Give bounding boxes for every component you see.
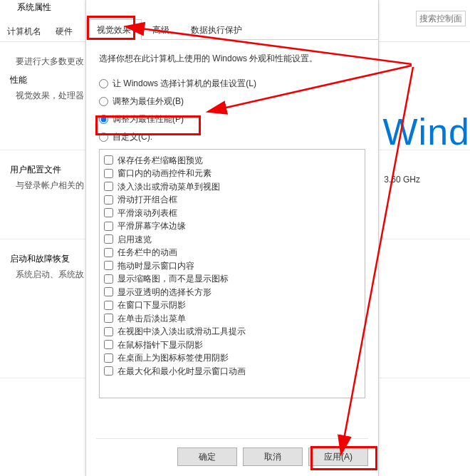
option-checkbox[interactable] — [104, 248, 113, 257]
option-checkbox[interactable] — [104, 222, 113, 231]
option-label: 显示亚透明的选择长方形 — [118, 286, 212, 298]
visual-effect-option[interactable]: 拖动时显示窗口内容 — [104, 260, 360, 271]
bg-window-title-frag: 系统属性 — [17, 1, 51, 14]
radio-best-performance[interactable]: 调整为最佳性能(P) — [99, 113, 365, 125]
option-label: 在视图中淡入淡出或滑动工具提示 — [118, 326, 246, 337]
option-checkbox[interactable] — [104, 353, 113, 363]
bg-tab-hardware[interactable]: 硬件 — [48, 21, 80, 41]
radio-let-windows-choose[interactable]: 让 Windows 选择计算机的最佳设置(L) — [99, 78, 365, 90]
option-checkbox[interactable] — [104, 182, 113, 191]
dialog-button-bar: 确定 取消 应用(A) — [96, 438, 368, 466]
option-label: 保存任务栏缩略图预览 — [118, 155, 203, 166]
radio-input-auto[interactable] — [99, 79, 108, 88]
option-label: 在桌面上为图标标签使用阴影 — [118, 352, 229, 363]
bg-tab-computer-name[interactable]: 计算机名 — [0, 21, 48, 41]
visual-effect-option[interactable]: 窗口内的动画控件和元素 — [104, 167, 360, 179]
visual-effects-options-list[interactable]: 保存任务栏缩略图预览窗口内的动画控件和元素淡入淡出或滑动菜单到视图滑动打开组合框… — [99, 149, 365, 398]
radio-best-appearance[interactable]: 调整为最佳外观(B) — [99, 95, 365, 108]
visual-effect-option[interactable]: 平滑滚动列表框 — [104, 207, 360, 219]
cancel-button[interactable]: 取消 — [243, 447, 303, 466]
option-label: 淡入淡出或滑动菜单到视图 — [118, 181, 220, 192]
option-checkbox[interactable] — [104, 155, 113, 165]
bg-performance-heading: 性能 — [10, 74, 27, 86]
option-label: 启用速览 — [118, 234, 152, 245]
visual-effect-option[interactable]: 滑动打开组合框 — [104, 194, 360, 205]
windows-brand-text: Wind — [383, 110, 470, 153]
visual-effect-option[interactable]: 在桌面上为图标标签使用阴影 — [104, 352, 360, 363]
option-checkbox[interactable] — [104, 208, 113, 217]
option-label: 平滑滚动列表框 — [118, 207, 177, 219]
visual-effect-option[interactable]: 在鼠标指针下显示阴影 — [104, 339, 360, 351]
option-checkbox[interactable] — [104, 261, 113, 270]
option-checkbox[interactable] — [104, 195, 113, 205]
visual-effect-option[interactable]: 淡入淡出或滑动菜单到视图 — [104, 181, 360, 192]
option-label: 在单击后淡出菜单 — [118, 313, 186, 324]
visual-effect-option[interactable]: 启用速览 — [104, 234, 360, 245]
radio-input-custom[interactable] — [99, 133, 108, 142]
radio-custom[interactable]: 自定义(C): — [99, 131, 365, 143]
visual-effect-option[interactable]: 显示亚透明的选择长方形 — [104, 286, 360, 298]
intro-text: 选择你想在此计算机上使用的 Windows 外观和性能设置。 — [99, 53, 365, 65]
option-label: 在鼠标指针下显示阴影 — [118, 339, 203, 351]
option-checkbox[interactable] — [104, 274, 113, 284]
cpu-frequency-label: 3.60 GHz — [384, 175, 420, 185]
bg-startup-recovery-sub: 系统启动、系统故 — [16, 269, 84, 281]
visual-effect-option[interactable]: 保存任务栏缩略图预览 — [104, 155, 360, 166]
option-checkbox[interactable] — [104, 234, 113, 244]
radio-input-look[interactable] — [99, 97, 108, 106]
visual-effect-option[interactable]: 在最大化和最小化时显示窗口动画 — [104, 366, 360, 377]
radio-label-custom: 自定义(C): — [113, 131, 152, 143]
visual-effect-option[interactable]: 任务栏中的动画 — [104, 247, 360, 258]
option-checkbox[interactable] — [104, 366, 113, 376]
option-label: 在最大化和最小化时显示窗口动画 — [118, 366, 246, 377]
option-checkbox[interactable] — [104, 327, 113, 336]
option-checkbox[interactable] — [104, 301, 113, 310]
option-label: 窗口内的动画控件和元素 — [118, 167, 212, 179]
option-label: 显示缩略图，而不是显示图标 — [118, 273, 229, 284]
visual-effect-option[interactable]: 平滑屏幕字体边缘 — [104, 220, 360, 232]
visual-effect-option[interactable]: 在视图中淡入淡出或滑动工具提示 — [104, 326, 360, 337]
bg-most-changes-label: 要进行大多数更改 — [16, 56, 84, 68]
option-label: 在窗口下显示阴影 — [118, 299, 186, 311]
bg-performance-sub: 视觉效果，处理器 — [16, 90, 84, 102]
option-label: 平滑屏幕字体边缘 — [118, 220, 186, 232]
visual-effect-option[interactable]: 在单击后淡出菜单 — [104, 313, 360, 324]
visual-effect-option[interactable]: 在窗口下显示阴影 — [104, 299, 360, 311]
bg-startup-recovery-heading: 启动和故障恢复 — [10, 253, 70, 265]
tab-advanced[interactable]: 高级 — [142, 19, 180, 40]
apply-button[interactable]: 应用(A) — [308, 447, 368, 466]
ok-button[interactable]: 确定 — [177, 447, 237, 466]
bg-user-profiles-sub: 与登录帐户相关的 — [16, 180, 84, 192]
option-label: 任务栏中的动画 — [118, 247, 177, 258]
option-checkbox[interactable] — [104, 287, 113, 296]
radio-label-perf: 调整为最佳性能(P) — [113, 113, 184, 125]
tab-visual-effects[interactable]: 视觉效果 — [86, 19, 142, 40]
dlg-tabstrip: 视觉效果 高级 数据执行保护 — [86, 19, 378, 40]
option-label: 拖动时显示窗口内容 — [118, 260, 194, 271]
bg-user-profiles-heading: 用户配置文件 — [10, 164, 61, 176]
option-checkbox[interactable] — [104, 169, 113, 178]
performance-options-dialog: 视觉效果 高级 数据执行保护 选择你想在此计算机上使用的 Windows 外观和… — [85, 0, 379, 476]
radio-input-perf[interactable] — [99, 115, 108, 124]
option-checkbox[interactable] — [104, 314, 113, 323]
option-label: 滑动打开组合框 — [118, 194, 177, 205]
option-checkbox[interactable] — [104, 340, 113, 349]
tab-dep[interactable]: 数据执行保护 — [180, 19, 253, 40]
visual-effect-option[interactable]: 显示缩略图，而不是显示图标 — [104, 273, 360, 284]
radio-label-auto: 让 Windows 选择计算机的最佳设置(L) — [113, 78, 256, 90]
radio-label-look: 调整为最佳外观(B) — [113, 95, 184, 108]
